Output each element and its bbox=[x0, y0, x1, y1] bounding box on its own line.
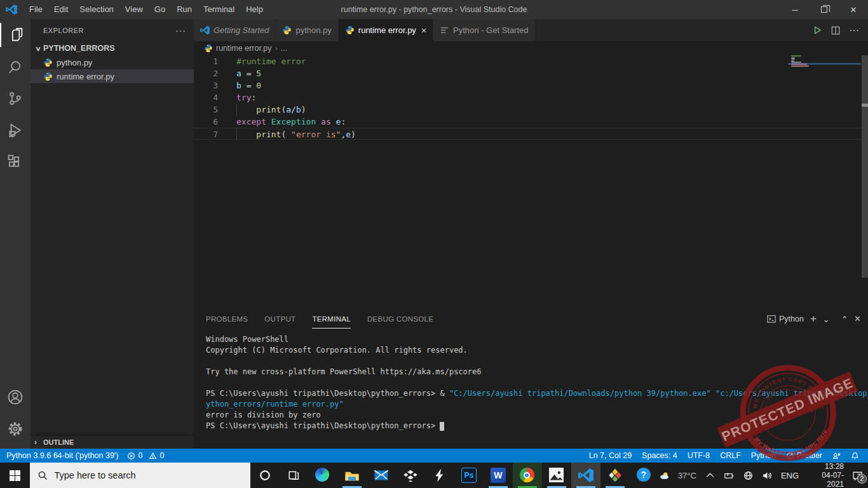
warning-icon bbox=[149, 452, 157, 460]
temperature-label[interactable]: 37°C bbox=[678, 471, 696, 480]
file-item-runtime-error-py[interactable]: runtime error.py bbox=[31, 69, 194, 83]
activity-run-debug-icon[interactable] bbox=[0, 114, 31, 146]
taskbar-app-file-explorer[interactable] bbox=[337, 463, 367, 488]
activity-search-icon[interactable] bbox=[0, 51, 31, 83]
activity-settings-icon[interactable] bbox=[0, 413, 31, 445]
status-bell-button[interactable] bbox=[851, 452, 859, 460]
terminal-dropdown-icon[interactable]: ⌄ bbox=[823, 315, 830, 324]
activity-extensions-icon[interactable] bbox=[0, 146, 31, 178]
cortana-button[interactable] bbox=[250, 463, 280, 488]
restore-button[interactable] bbox=[810, 0, 839, 19]
minimap-line bbox=[791, 58, 795, 60]
activity-source-control-icon[interactable] bbox=[0, 83, 31, 114]
breadcrumb[interactable]: runtime error.py › ... bbox=[194, 41, 868, 55]
tab-getting-started[interactable]: Getting Started bbox=[194, 19, 275, 41]
line-number: 2 bbox=[194, 67, 224, 79]
panel-tab-terminal[interactable]: TERMINAL bbox=[312, 309, 351, 329]
clock[interactable]: 13:28 04-07-2021 bbox=[807, 462, 844, 488]
line-number: 4 bbox=[194, 92, 224, 104]
taskbar-app-photos[interactable] bbox=[542, 463, 571, 488]
tab-python-get-started[interactable]: Python - Get Started bbox=[433, 19, 535, 41]
outline-section[interactable]: › OUTLINE bbox=[31, 435, 194, 449]
language-indicator[interactable]: ENG bbox=[781, 471, 799, 480]
taskbar-app-chrome[interactable] bbox=[513, 463, 542, 488]
terminal-line: PS C:\Users\ayushi tripathi\Desktop\pyth… bbox=[206, 388, 868, 399]
more-actions-icon[interactable]: ··· bbox=[849, 25, 859, 36]
status-feedback-button[interactable] bbox=[832, 452, 841, 460]
tab-label: runtime error.py bbox=[358, 25, 416, 35]
activity-explorer-icon[interactable] bbox=[0, 19, 31, 51]
status-prettier[interactable]: Prettier bbox=[786, 451, 822, 460]
file-item-python-py[interactable]: python.py bbox=[31, 55, 194, 69]
search-icon bbox=[37, 470, 48, 480]
windows-logo-icon bbox=[10, 470, 20, 481]
python-interpreter-status[interactable]: Python 3.9.6 64-bit ('python 39') bbox=[6, 451, 118, 460]
menu-view[interactable]: View bbox=[119, 0, 149, 19]
close-tab-icon[interactable]: × bbox=[421, 25, 426, 36]
menu-help[interactable]: Help bbox=[240, 0, 269, 19]
tab-python-py[interactable]: python.py bbox=[276, 19, 337, 41]
taskbar-app-edge[interactable] bbox=[308, 463, 337, 488]
chrome-icon bbox=[520, 468, 535, 483]
activity-account-icon[interactable] bbox=[0, 381, 31, 413]
status-python[interactable]: Python bbox=[751, 451, 776, 460]
minimap[interactable] bbox=[788, 55, 861, 132]
folder-python-errors[interactable]: ∨ PYTHON_ERRORS bbox=[31, 41, 194, 55]
menu-file[interactable]: File bbox=[24, 0, 48, 19]
terminal-output[interactable]: Windows PowerShellCopyright (C) Microsof… bbox=[194, 329, 868, 431]
network-icon[interactable] bbox=[743, 470, 754, 481]
task-view-button[interactable] bbox=[279, 463, 308, 488]
close-button[interactable]: ✕ bbox=[839, 0, 868, 19]
volume-icon[interactable] bbox=[762, 470, 773, 481]
indent-guide bbox=[236, 104, 237, 116]
code-editor[interactable]: 1#runtime error2a = 53b = 04try:5 print(… bbox=[194, 55, 868, 309]
panel-tab-debug-console[interactable]: DEBUG CONSOLE bbox=[367, 309, 433, 329]
panel-tab-problems[interactable]: PROBLEMS bbox=[206, 309, 248, 329]
help-icon: ? bbox=[637, 468, 652, 483]
menu-edit[interactable]: Edit bbox=[48, 0, 74, 19]
menu-go[interactable]: Go bbox=[149, 0, 171, 19]
menu-terminal[interactable]: Terminal bbox=[198, 0, 240, 19]
taskbar-app-dropbox[interactable] bbox=[396, 463, 425, 488]
status-crlf[interactable]: CRLF bbox=[720, 451, 741, 460]
menu-selection[interactable]: Selection bbox=[74, 0, 119, 19]
list-icon bbox=[440, 25, 449, 35]
status-ln-7-col-29[interactable]: Ln 7, Col 29 bbox=[589, 451, 632, 460]
terminal-selector[interactable]: Python bbox=[767, 315, 804, 323]
python-file-icon bbox=[43, 72, 53, 81]
notification-center-button[interactable]: 2 bbox=[852, 470, 863, 481]
tab-runtime-error-py[interactable]: runtime error.py× bbox=[339, 19, 433, 41]
explorer-more-actions-button[interactable]: ··· bbox=[175, 25, 186, 36]
new-terminal-button[interactable]: + bbox=[810, 313, 817, 325]
python-file-icon bbox=[204, 44, 213, 53]
close-panel-icon[interactable]: × bbox=[855, 313, 860, 325]
feedback-icon bbox=[832, 452, 841, 460]
taskbar-app-photoshop[interactable]: Ps bbox=[454, 463, 484, 488]
editor-scrollbar[interactable] bbox=[862, 55, 868, 278]
taskbar-app-lightning[interactable] bbox=[425, 463, 454, 488]
taskbar-app-help[interactable]: ? bbox=[630, 463, 659, 488]
minimize-button[interactable]: ─ bbox=[780, 0, 810, 19]
battery-icon[interactable] bbox=[724, 470, 735, 481]
split-editor-icon[interactable] bbox=[831, 26, 840, 35]
status-spaces-4[interactable]: Spaces: 4 bbox=[642, 451, 677, 460]
panel-tab-output[interactable]: OUTPUT bbox=[264, 309, 295, 329]
taskbar-app-quickheal[interactable] bbox=[600, 463, 630, 488]
tab-label: Getting Started bbox=[214, 25, 269, 35]
menu-run[interactable]: Run bbox=[171, 0, 198, 19]
problems-status[interactable]: 0 0 bbox=[127, 451, 164, 460]
terminal-line bbox=[206, 377, 868, 388]
taskbar-app-mail[interactable] bbox=[367, 463, 396, 488]
status-utf-8[interactable]: UTF-8 bbox=[688, 451, 710, 460]
maximize-panel-icon[interactable]: ⌃ bbox=[841, 315, 848, 324]
taskbar-app-word[interactable]: W bbox=[484, 463, 513, 488]
run-button[interactable] bbox=[813, 25, 822, 35]
explorer-sidebar: EXPLORER ··· ∨ PYTHON_ERRORS python.pyru… bbox=[31, 19, 194, 449]
tab-label: python.py bbox=[295, 25, 331, 35]
weather-icon[interactable] bbox=[659, 470, 670, 481]
tray-expand-icon[interactable] bbox=[705, 470, 715, 481]
start-button[interactable] bbox=[0, 463, 30, 488]
taskbar-search-input[interactable]: Type here to search bbox=[30, 463, 250, 488]
taskbar-app-vscode[interactable] bbox=[571, 463, 600, 488]
editor-group[interactable]: Getting Startedpython.pyruntime error.py… bbox=[194, 19, 868, 309]
